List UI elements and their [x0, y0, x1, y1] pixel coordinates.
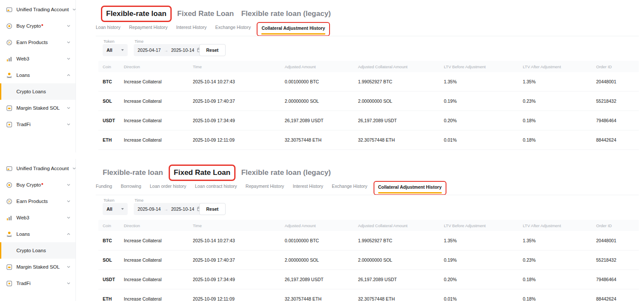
column-header-time: Time: [188, 223, 280, 228]
table-header-row: Coin Direction Time Adjusted Amount Adju…: [98, 61, 639, 72]
cell-ltv-before: 0.19%: [440, 98, 518, 104]
table-header-row: Coin Direction Time Adjusted Amount Adju…: [98, 220, 639, 231]
cell-time: 2025-10-09 17:34:49: [188, 118, 280, 123]
buy-crypto-icon: [6, 182, 13, 188]
tab-flexible-rate-loan-legacy[interactable]: Flexible rate loan (legacy): [241, 168, 331, 177]
annotation-box: Fixed Rate Loan: [169, 165, 236, 181]
margin-staked-sol-icon: [6, 105, 13, 111]
cell-adjusted-amount: 0.00100000 BTC: [280, 79, 354, 84]
cell-adjusted-amount: 32.30757448 ETH: [280, 296, 354, 301]
main-content: Flexible-rate loan Fixed Rate Loan Flexi…: [76, 159, 644, 301]
reset-button[interactable]: Reset: [199, 203, 226, 215]
sidebar-item-crypto-loans[interactable]: Crypto Loans: [0, 83, 75, 100]
chevron-down-icon: [67, 57, 70, 60]
sidebar: Unified Trading Account Buy Crypto Earn …: [0, 0, 76, 152]
sidebar-item-margin-staked-sol[interactable]: Margin Staked SOL: [0, 100, 75, 116]
subtab-loan-history[interactable]: Loan history: [96, 25, 120, 30]
sidebar-item-label: Earn Products: [16, 40, 63, 45]
cell-coin: USDT: [98, 277, 119, 282]
subtab-interest-history[interactable]: Interest History: [293, 184, 324, 189]
subtab-loan-contract-history[interactable]: Loan contract history: [195, 184, 237, 189]
date-to: 2025-10-14: [171, 48, 195, 53]
reset-button[interactable]: Reset: [199, 44, 226, 56]
tab-flexible-rate-loan-legacy[interactable]: Flexible rate loan (legacy): [241, 9, 331, 19]
subtab-repayment-history[interactable]: Repayment History: [129, 25, 167, 30]
cell-ltv-before: 0.01%: [440, 296, 518, 301]
sidebar-item-web3[interactable]: Web3: [0, 51, 75, 67]
subtab-collateral-adjustment-history[interactable]: Collateral Adjustment History: [261, 25, 325, 35]
tab-flexible-rate-loan[interactable]: Flexible-rate loan: [106, 9, 166, 19]
loan-type-tabs: Flexible-rate loan Fixed Rate Loan Flexi…: [103, 167, 331, 179]
subtab-funding[interactable]: Funding: [96, 184, 112, 189]
cell-ltv-before: 0.20%: [440, 118, 518, 123]
sidebar-item-earn-products[interactable]: Earn Products: [0, 193, 75, 209]
sidebar-item-unified-trading-account[interactable]: Unified Trading Account: [0, 160, 75, 177]
arrow-right-icon: →: [164, 48, 168, 53]
table-row: BTC Increase Collateral 2025-10-14 10:27…: [98, 231, 639, 250]
cell-order-id: 55218432: [592, 257, 639, 263]
unified-trading-account-icon: [6, 165, 13, 172]
sidebar-item-earn-products[interactable]: Earn Products: [0, 34, 75, 51]
sidebar-item-buy-crypto[interactable]: Buy Crypto: [0, 177, 75, 193]
chevron-up-icon: [67, 74, 70, 76]
cell-ltv-before: 0.19%: [440, 257, 518, 263]
sidebar-item-margin-staked-sol[interactable]: Margin Staked SOL: [0, 259, 75, 275]
earn-products-icon: [6, 198, 13, 205]
sidebar-item-label: Unified Trading Account: [16, 7, 69, 12]
date-range-picker[interactable]: 2025-09-14 → 2025-10-14: [134, 203, 206, 215]
cell-adjusted-collateral-amount: 2.00000000 SOL: [354, 257, 440, 263]
date-range-picker[interactable]: 2025-04-17 → 2025-10-14: [134, 44, 206, 56]
sidebar-item-unified-trading-account[interactable]: Unified Trading Account: [0, 1, 75, 18]
tradfi-icon: [6, 121, 13, 128]
cell-ltv-after: 1.35%: [518, 79, 592, 84]
tab-fixed-rate-loan[interactable]: Fixed Rate Loan: [174, 168, 230, 177]
table-row: ETH Increase Collateral 2025-10-09 12:11…: [98, 130, 639, 150]
column-header-order-id: Order ID: [592, 223, 639, 228]
tab-fixed-rate-loan[interactable]: Fixed Rate Loan: [177, 9, 234, 19]
annotation-box: Collateral Adjustment History: [257, 22, 330, 36]
token-select[interactable]: All: [103, 44, 128, 56]
buy-crypto-icon: [6, 23, 13, 29]
chevron-down-icon: [67, 266, 70, 268]
token-select[interactable]: All: [103, 203, 128, 215]
sidebar-item-loans[interactable]: Loans: [0, 67, 75, 83]
sidebar-item-label: Margin Staked SOL: [16, 105, 63, 111]
active-indicator-bar: [0, 242, 1, 259]
table-row: BTC Increase Collateral 2025-10-14 10:27…: [98, 72, 639, 92]
subtab-exchange-history[interactable]: Exchange History: [215, 25, 251, 30]
column-header-ltv-after-adjustment: LTV After Adjustment: [518, 223, 592, 228]
cell-order-id: 20448001: [592, 79, 639, 84]
cell-time: 2025-10-14 10:27:43: [188, 79, 280, 84]
subtab-borrowing[interactable]: Borrowing: [121, 184, 141, 189]
cell-ltv-before: 1.35%: [440, 238, 518, 243]
cell-direction: Increase Collateral: [119, 98, 188, 104]
cell-adjusted-collateral-amount: 2.00000000 SOL: [354, 98, 440, 104]
cell-coin: SOL: [98, 257, 119, 263]
subtab-collateral-adjustment-history[interactable]: Collateral Adjustment History: [378, 184, 442, 193]
sidebar-item-crypto-loans[interactable]: Crypto Loans: [0, 242, 75, 259]
sidebar-item-buy-crypto[interactable]: Buy Crypto: [0, 18, 75, 34]
sidebar-item-web3[interactable]: Web3: [0, 209, 75, 226]
collateral-adjustment-table: Coin Direction Time Adjusted Amount Adju…: [98, 61, 639, 150]
cell-direction: Increase Collateral: [119, 137, 188, 143]
cell-ltv-after: 0.23%: [518, 98, 592, 104]
chevron-up-icon: [67, 233, 70, 235]
subtab-interest-history[interactable]: Interest History: [176, 25, 207, 30]
sidebar-item-tradfi[interactable]: TradFi: [0, 275, 75, 291]
cell-direction: Increase Collateral: [119, 277, 188, 282]
cell-adjusted-collateral-amount: 1.99052927 BTC: [354, 238, 440, 243]
chevron-down-icon: [67, 184, 70, 186]
sidebar-item-loans[interactable]: Loans: [0, 226, 75, 242]
token-select-value: All: [107, 206, 112, 212]
cell-time: 2025-10-09 17:40:37: [188, 257, 280, 263]
subtab-loan-order-history[interactable]: Loan order history: [150, 184, 186, 189]
subtab-repayment-history[interactable]: Repayment History: [245, 184, 284, 189]
sidebar-item-label: Web3: [16, 56, 63, 61]
sidebar-item-tradfi[interactable]: TradFi: [0, 116, 75, 133]
cell-ltv-after: 0.18%: [518, 137, 592, 143]
table-row: ETH Increase Collateral 2025-10-09 12:11…: [98, 289, 639, 301]
subtab-exchange-history[interactable]: Exchange History: [332, 184, 367, 189]
earn-products-icon: [6, 39, 13, 46]
web3-icon: [6, 215, 13, 221]
tab-flexible-rate-loan[interactable]: Flexible-rate loan: [103, 168, 163, 177]
